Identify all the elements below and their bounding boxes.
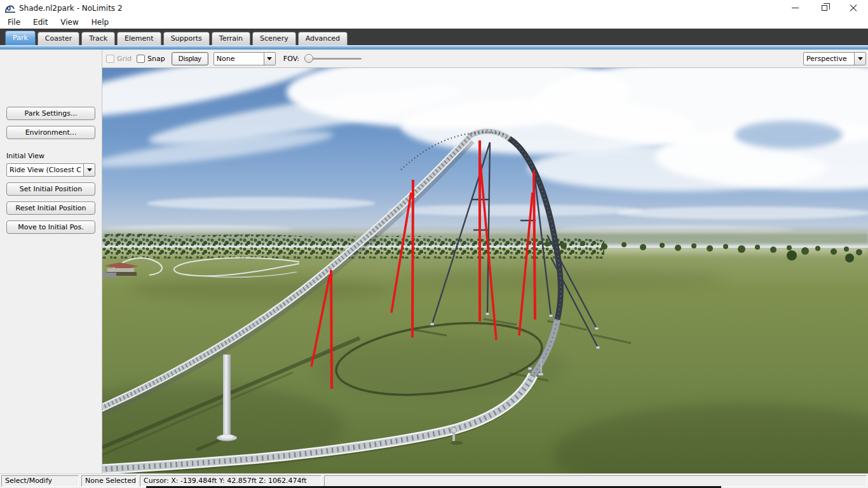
display-mode-value: None xyxy=(214,53,264,65)
restore-icon xyxy=(822,5,827,11)
tab-park[interactable]: Park xyxy=(5,30,36,45)
set-initial-position-button[interactable]: Set Initial Position xyxy=(6,182,95,196)
chevron-down-icon xyxy=(858,57,863,63)
close-icon xyxy=(850,4,857,12)
minimize-button[interactable] xyxy=(780,0,810,16)
tab-advanced[interactable]: Advanced xyxy=(298,32,348,45)
restore-button[interactable] xyxy=(810,0,839,16)
snap-checkbox[interactable] xyxy=(137,55,145,63)
tab-scenery[interactable]: Scenery xyxy=(252,32,296,45)
projection-select[interactable]: Perspective xyxy=(803,52,866,65)
chevron-down-icon xyxy=(87,168,92,174)
tab-terrain[interactable]: Terrain xyxy=(212,32,250,45)
close-button[interactable] xyxy=(839,0,868,16)
fov-slider-knob[interactable] xyxy=(304,54,313,63)
initial-view-value: Ride View (Closest C xyxy=(7,164,83,176)
viewport-toolbar: Grid Snap Display None FOV: Perspective xyxy=(102,50,868,68)
menu-edit[interactable]: Edit xyxy=(27,16,54,29)
status-spacer xyxy=(324,475,867,487)
menu-view[interactable]: View xyxy=(54,16,85,29)
tab-coaster[interactable]: Coaster xyxy=(37,32,80,45)
display-mode-select[interactable]: None xyxy=(214,52,276,65)
mode-status: Select/Modify xyxy=(1,475,79,487)
tab-element[interactable]: Element xyxy=(117,32,161,45)
menu-help[interactable]: Help xyxy=(85,16,115,29)
menu-bar: File Edit View Help xyxy=(0,16,868,29)
grid-checkbox xyxy=(106,55,114,63)
fov-label: FOV: xyxy=(283,55,299,63)
app-icon xyxy=(5,3,15,13)
display-mode-dropdown-button[interactable] xyxy=(264,53,275,65)
tab-supports[interactable]: Supports xyxy=(163,32,210,45)
accent-strip xyxy=(0,45,868,50)
status-bar: Select/Modify None Selected Cursor: X: -… xyxy=(0,473,868,488)
fov-slider[interactable] xyxy=(304,54,362,64)
initial-view-dropdown-button[interactable] xyxy=(83,164,95,176)
grid-label: Grid xyxy=(117,55,132,63)
minimize-icon xyxy=(792,8,799,8)
projection-dropdown-button[interactable] xyxy=(854,53,865,65)
window-title: Shade.nl2park - NoLimits 2 xyxy=(19,4,123,13)
display-button[interactable]: Display xyxy=(172,52,208,65)
park-settings-button[interactable]: Park Settings... xyxy=(6,107,95,120)
reset-initial-position-button[interactable]: Reset Initial Position xyxy=(6,201,95,215)
window-controls xyxy=(780,0,868,16)
tab-bar: Park Coaster Track Element Supports Terr… xyxy=(0,29,868,45)
move-to-initial-pos-button[interactable]: Move to Initial Pos. xyxy=(6,220,95,234)
initial-view-label: Initial View xyxy=(6,152,44,160)
chevron-down-icon xyxy=(267,57,272,63)
selection-status: None Selected xyxy=(81,475,137,487)
cursor-status: Cursor: X: -139.484ft Y: 42.857ft Z: 106… xyxy=(140,475,322,487)
3d-viewport[interactable] xyxy=(102,68,868,473)
environment-button[interactable]: Environment... xyxy=(6,126,95,139)
park-sidebar: Park Settings... Environment... Initial … xyxy=(0,50,102,473)
title-bar: Shade.nl2park - NoLimits 2 xyxy=(0,0,868,16)
initial-view-select[interactable]: Ride View (Closest C xyxy=(6,163,95,177)
menu-file[interactable]: File xyxy=(1,16,27,29)
snap-label: Snap xyxy=(147,55,165,63)
sky-gap xyxy=(735,121,843,149)
tab-track[interactable]: Track xyxy=(81,32,115,45)
projection-value: Perspective xyxy=(804,53,854,65)
scene-canvas xyxy=(102,68,868,473)
